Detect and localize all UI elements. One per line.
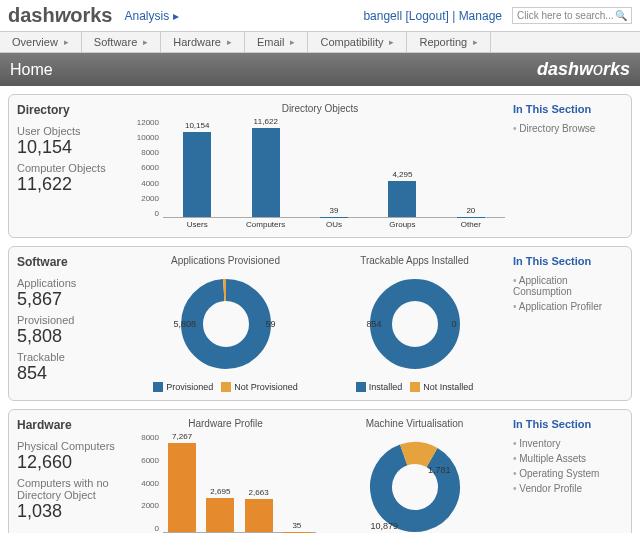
nav-compatibility[interactable]: Compatibility▸ xyxy=(308,32,407,52)
in-section-header: In This Section xyxy=(513,103,623,115)
donut-label: 5,808 xyxy=(174,319,197,329)
in-section-header: In This Section xyxy=(513,255,623,267)
navbar: Overview▸ Software▸ Hardware▸ Email▸ Com… xyxy=(0,31,640,53)
link-app-consumption[interactable]: Application Consumption xyxy=(513,273,623,299)
search-input[interactable]: Click here to search... 🔍 xyxy=(512,7,632,24)
donut-trackable: 854 0 xyxy=(365,274,465,374)
link-directory-browse[interactable]: Directory Browse xyxy=(513,121,623,136)
stat-value: 854 xyxy=(17,363,127,384)
hardware-title: Hardware xyxy=(17,418,127,432)
user-link[interactable]: bangell xyxy=(363,9,402,23)
stat-value: 12,660 xyxy=(17,452,127,473)
stat-value: 1,038 xyxy=(17,501,127,522)
chart-title: Trackable Apps Installed xyxy=(360,255,469,266)
page-title: Home xyxy=(10,61,53,79)
chart-title: Directory Objects xyxy=(282,103,359,114)
stat-value: 11,622 xyxy=(17,174,127,195)
donut-label: 1,781 xyxy=(428,465,451,475)
link-operating-system[interactable]: Operating System xyxy=(513,466,623,481)
logout-link[interactable]: [Logout] xyxy=(405,9,448,23)
y-axis: 80006000400020000 xyxy=(135,433,163,533)
stat-value: 5,867 xyxy=(17,289,127,310)
analysis-link[interactable]: Analysis ▸ xyxy=(125,9,179,23)
directory-title: Directory xyxy=(17,103,127,117)
stat-value: 10,154 xyxy=(17,137,127,158)
stat-label: User Objects xyxy=(17,125,127,137)
legend-item: Not Installed xyxy=(423,382,473,392)
donut-virtualisation: 10,879 1,781 xyxy=(365,437,465,533)
nav-reporting[interactable]: Reporting▸ xyxy=(407,32,491,52)
donut-label: 0 xyxy=(451,319,456,329)
donut-label: 854 xyxy=(367,319,382,329)
directory-panel: Directory User Objects 10,154 Computer O… xyxy=(8,94,632,238)
legend-item: Provisioned xyxy=(166,382,213,392)
nav-overview[interactable]: Overview▸ xyxy=(0,32,82,52)
link-inventory[interactable]: Inventory xyxy=(513,436,623,451)
chart-title: Hardware Profile xyxy=(188,418,262,429)
donut-provisioned: 5,808 59 xyxy=(176,274,276,374)
software-title: Software xyxy=(17,255,127,269)
manage-link[interactable]: Manage xyxy=(459,9,502,23)
hardware-panel: Hardware Physical Computers 12,660 Compu… xyxy=(8,409,632,533)
search-icon: 🔍 xyxy=(615,10,627,21)
logo: dashworks xyxy=(8,4,113,27)
stat-value: 5,808 xyxy=(17,326,127,347)
stat-label: Provisioned xyxy=(17,314,127,326)
donut-label: 59 xyxy=(265,319,275,329)
in-section-header: In This Section xyxy=(513,418,623,430)
link-multiple-assets[interactable]: Multiple Assets xyxy=(513,451,623,466)
stat-label: Trackable xyxy=(17,351,127,363)
directory-bars: 10,15411,622394,29520 xyxy=(163,118,505,218)
software-panel: Software Applications 5,867 Provisioned … xyxy=(8,246,632,401)
chart-title: Applications Provisioned xyxy=(171,255,280,266)
legend-item: Installed xyxy=(369,382,403,392)
nav-hardware[interactable]: Hardware▸ xyxy=(161,32,245,52)
donut-label: 10,879 xyxy=(371,521,399,531)
stat-label: Computers with no Directory Object xyxy=(17,477,127,501)
y-axis: 120001000080006000400020000 xyxy=(135,118,163,218)
legend-item: Not Provisioned xyxy=(234,382,298,392)
stat-label: Applications xyxy=(17,277,127,289)
svg-point-2 xyxy=(381,290,449,358)
brand-label: dashworks xyxy=(537,59,630,80)
stat-label: Computer Objects xyxy=(17,162,127,174)
chart-title: Machine Virtualisation xyxy=(366,418,464,429)
hardware-bars: 7,2672,6952,66335 xyxy=(163,433,316,533)
link-vendor-profile[interactable]: Vendor Profile xyxy=(513,481,623,496)
nav-software[interactable]: Software▸ xyxy=(82,32,161,52)
link-app-profiler[interactable]: Application Profiler xyxy=(513,299,623,314)
nav-email[interactable]: Email▸ xyxy=(245,32,309,52)
stat-label: Physical Computers xyxy=(17,440,127,452)
